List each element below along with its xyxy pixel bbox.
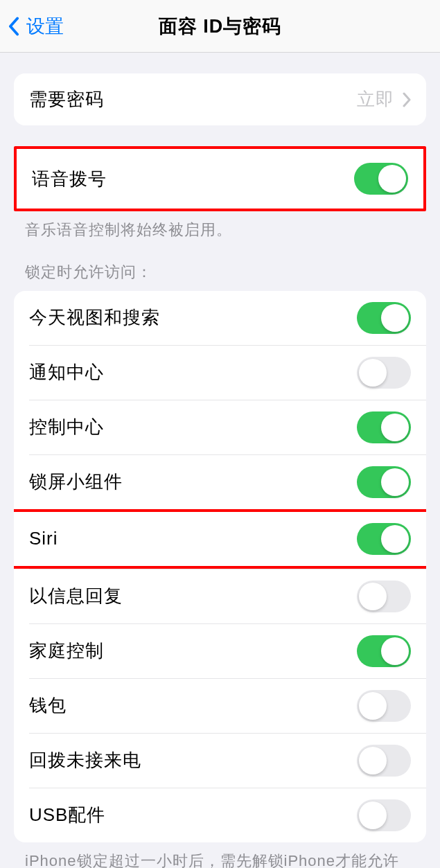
voice-dial-label: 语音拨号 bbox=[32, 167, 107, 191]
require-passcode-label: 需要密码 bbox=[29, 87, 104, 112]
require-passcode-value: 立即 bbox=[357, 87, 394, 112]
lock-access-row: 回拨未接来电 bbox=[14, 734, 426, 788]
lock-access-toggle[interactable] bbox=[357, 466, 411, 498]
lock-access-toggle[interactable] bbox=[357, 523, 411, 555]
lock-access-toggle[interactable] bbox=[357, 411, 411, 443]
lock-access-toggle[interactable] bbox=[357, 690, 411, 722]
require-passcode-row[interactable]: 需要密码 立即 bbox=[14, 73, 426, 125]
voice-dial-toggle[interactable] bbox=[354, 163, 408, 195]
lock-access-label: 钱包 bbox=[29, 693, 67, 718]
lock-access-toggle[interactable] bbox=[357, 635, 411, 667]
lock-access-row: 钱包 bbox=[14, 679, 426, 733]
lock-access-label: 回拨未接来电 bbox=[29, 748, 141, 772]
lock-access-label: 控制中心 bbox=[29, 415, 104, 439]
lock-access-toggle[interactable] bbox=[357, 799, 411, 831]
lock-access-row: 今天视图和搜索 bbox=[14, 291, 426, 345]
lock-access-row: 控制中心 bbox=[14, 400, 426, 454]
lock-access-group: 今天视图和搜索通知中心控制中心锁屏小组件Siri以信息回复家庭控制钱包回拨未接来… bbox=[14, 291, 426, 842]
lock-access-label: USB配件 bbox=[29, 803, 105, 827]
lock-access-row: USB配件 bbox=[14, 788, 426, 842]
lock-access-toggle[interactable] bbox=[357, 357, 411, 389]
lock-access-label: 今天视图和搜索 bbox=[29, 305, 160, 330]
lock-access-row: Siri bbox=[14, 509, 426, 569]
lock-access-row: 以信息回复 bbox=[14, 569, 426, 623]
lock-access-label: 锁屏小组件 bbox=[29, 470, 123, 494]
chevron-left-icon bbox=[8, 17, 19, 36]
passcode-group: 需要密码 立即 bbox=[14, 73, 426, 125]
voice-dial-group: 语音拨号 bbox=[14, 146, 426, 211]
lock-access-row: 通知中心 bbox=[14, 346, 426, 400]
lock-access-row: 家庭控制 bbox=[14, 624, 426, 678]
navbar: 设置 面容 ID与密码 bbox=[0, 0, 440, 53]
lock-access-header: 锁定时允许访问： bbox=[0, 241, 440, 291]
lock-access-toggle[interactable] bbox=[357, 302, 411, 334]
voice-dial-row: 语音拨号 bbox=[17, 149, 423, 209]
voice-dial-footer: 音乐语音控制将始终被启用。 bbox=[0, 211, 440, 241]
lock-access-footer: iPhone锁定超过一小时后，需先解锁iPhone才能允许USB配件连接。 bbox=[0, 842, 440, 868]
page-title: 面容 ID与密码 bbox=[159, 14, 282, 39]
back-label: 设置 bbox=[26, 14, 64, 39]
chevron-right-icon bbox=[403, 92, 411, 107]
lock-access-label: 以信息回复 bbox=[29, 584, 123, 608]
lock-access-toggle[interactable] bbox=[357, 581, 411, 612]
lock-access-label: 通知中心 bbox=[29, 360, 104, 384]
lock-access-row: 锁屏小组件 bbox=[14, 455, 426, 509]
lock-access-toggle[interactable] bbox=[357, 745, 411, 777]
back-button[interactable]: 设置 bbox=[8, 14, 64, 39]
lock-access-label: Siri bbox=[29, 528, 58, 549]
lock-access-label: 家庭控制 bbox=[29, 639, 104, 663]
